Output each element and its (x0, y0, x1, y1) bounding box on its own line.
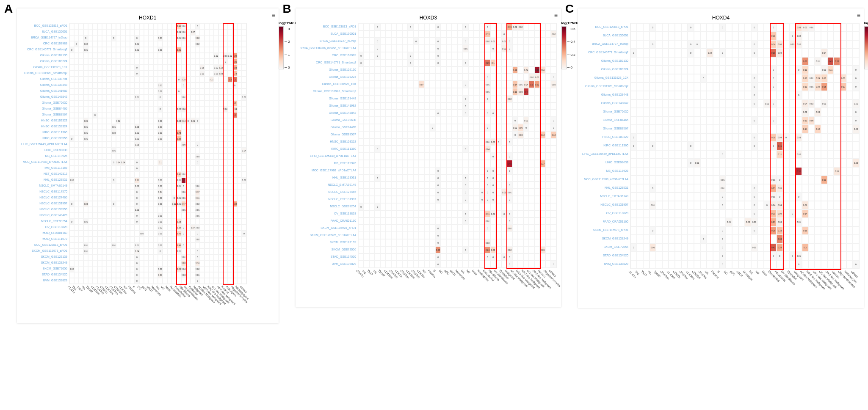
y-label[interactable]: NSCLC_GSE117570 (21, 189, 69, 195)
y-label[interactable]: Glioma_GSE148842 (21, 94, 69, 100)
y-label[interactable]: BCC_GSE123813_aPD1 (21, 23, 69, 29)
y-label[interactable]: PAAD_GSE111672 (21, 236, 69, 242)
y-label[interactable]: Glioma_GSE141982 (300, 102, 358, 109)
hamburger-menu-icon[interactable]: ≡ (857, 12, 860, 19)
y-label[interactable]: SKCM_GSE123139 (300, 239, 358, 246)
y-label[interactable]: Glioma_GSE131928_10X (582, 74, 630, 82)
y-label[interactable]: HNSC_GSE139324 (21, 124, 69, 129)
y-label[interactable]: Glioma_GSE148842 (300, 109, 358, 116)
y-label[interactable]: Glioma_GSE139448 (21, 82, 69, 88)
y-label[interactable]: LIHC_GSE125449_aPDL1aCTLA4 (21, 141, 69, 147)
hamburger-menu-icon[interactable]: ≡ (554, 12, 558, 19)
y-label[interactable]: NET_GSE140312 (21, 171, 69, 177)
y-label[interactable]: BCC_GSE123813_aPD1 (300, 23, 358, 30)
y-label[interactable]: HNSC_GSE103322 (21, 118, 69, 124)
y-label[interactable]: BRCA_GSE136206_mouse_aPD1aCTLA4 (300, 44, 358, 52)
y-label[interactable]: MB_GSE119926 (300, 160, 358, 167)
y-label[interactable]: Glioma_GSE70630 (582, 107, 630, 116)
y-label[interactable]: BLCA_GSE130001 (300, 30, 358, 37)
y-label[interactable]: CRC_GSE108989 (21, 41, 69, 47)
y-label[interactable]: Glioma_GSE102130 (300, 66, 358, 73)
y-label[interactable]: Glioma_GSE70630 (21, 100, 69, 106)
y-label[interactable]: PAAD_CRA001160 (300, 217, 358, 224)
y-label[interactable]: SKCM_GSE72056 (300, 246, 358, 253)
y-label[interactable]: CRC_GSE146771_Smartseq2 (300, 59, 358, 66)
y-label[interactable]: Glioma_GSE84465 (582, 116, 630, 124)
y-label[interactable]: BLCA_GSE130001 (582, 31, 630, 40)
y-label[interactable]: NSCLC_EMTAB6149 (300, 181, 358, 188)
y-label[interactable]: MCC_GSE117988_aPD1aCTLA4 (582, 175, 630, 184)
y-label[interactable]: NSCLC_GSE139555 (21, 206, 69, 212)
y-label[interactable]: NSCLC_GSE127465 (21, 195, 69, 201)
y-label[interactable]: Glioma_GSE84465 (300, 124, 358, 131)
y-label[interactable]: Glioma_GSE89567 (21, 112, 69, 118)
y-label[interactable]: LIHC_GSE98638 (582, 158, 630, 167)
y-label[interactable]: STAD_GSE134520 (300, 253, 358, 260)
y-label[interactable]: OV_GSE118828 (300, 210, 358, 217)
y-label[interactable]: MB_GSE119926 (21, 153, 69, 159)
y-label[interactable]: STAD_GSE134520 (21, 272, 69, 278)
y-label[interactable]: NSCLC_GSE131907 (582, 201, 630, 209)
y-label[interactable]: SKCM_GSE72056 (21, 266, 69, 272)
y-label[interactable]: LIHC_GSE125449_aPDL1aCTLA4 (582, 150, 630, 158)
y-label[interactable]: SCC_GSE123813_aPD1 (21, 242, 69, 248)
y-label[interactable]: NHL_GSE128531 (21, 177, 69, 183)
y-label[interactable]: BCC_GSE123813_aPD1 (582, 23, 630, 31)
y-label[interactable]: NSCLC_GSE143423 (21, 212, 69, 218)
y-label[interactable]: Glioma_GSE138794 (21, 76, 69, 82)
y-label[interactable]: LIHC_GSE125449_aPDL1aCTLA4 (300, 152, 358, 160)
y-label[interactable]: Glioma_GSE131928_10X (21, 64, 69, 70)
y-label[interactable]: Glioma_GSE103224 (582, 65, 630, 74)
y-label[interactable]: UVM_GSE139829 (21, 278, 69, 283)
y-label[interactable]: NHL_GSE128531 (300, 174, 358, 181)
y-label[interactable]: Glioma_GSE102130 (21, 52, 69, 58)
y-label[interactable]: UVM_GSE139829 (300, 260, 358, 267)
y-label[interactable]: LIHC_GSE98638 (21, 147, 69, 153)
y-label[interactable]: Glioma_GSE89567 (582, 124, 630, 133)
y-label[interactable]: NHL_GSE128531 (582, 184, 630, 192)
y-label[interactable]: UVM_GSE139829 (582, 260, 630, 268)
y-label[interactable]: HNSC_GSE103322 (300, 138, 358, 145)
y-label[interactable]: SKCM_GSE115978_aPD1 (582, 226, 630, 234)
y-label[interactable]: KIRC_GSE111360 (300, 145, 358, 152)
y-label[interactable]: NSCLC_GSE99254 (300, 203, 358, 210)
y-label[interactable]: SKCM_GSE115978_aPD1 (21, 248, 69, 254)
y-label[interactable]: PAAD_CRA001160 (582, 217, 630, 226)
y-label[interactable]: Glioma_GSE103224 (21, 58, 69, 64)
y-label[interactable]: SKCM_GSE120575_aPD1aCTLA4 (300, 231, 358, 239)
y-label[interactable]: MCC_GSE117988_aPD1aCTLA4 (21, 159, 69, 165)
y-label[interactable]: KIRC_GSE139555 (21, 135, 69, 141)
y-label[interactable]: Glioma_GSE131928_Smartseq2 (582, 82, 630, 91)
y-label[interactable]: SKCM_GSE123139 (21, 254, 69, 260)
y-label[interactable]: NSCLC_EMTAB6149 (582, 192, 630, 201)
y-label[interactable]: SKCM_GSE139249 (21, 260, 69, 266)
y-label[interactable]: MCC_GSE117988_aPD1aCTLA4 (300, 167, 358, 174)
y-label[interactable]: NSCLC_EMTAB6149 (21, 183, 69, 189)
y-label[interactable]: MM_GSE117156 (21, 165, 69, 171)
y-label[interactable]: Glioma_GSE148842 (582, 99, 630, 107)
y-label[interactable]: SKCM_GSE115978_aPD1 (300, 224, 358, 231)
y-label[interactable]: HNSC_GSE103322 (582, 133, 630, 141)
y-label[interactable]: CRC_GSE146771_Smartseq2 (582, 48, 630, 57)
y-label[interactable]: BRCA_GSE114727_inDrop (21, 35, 69, 41)
y-label[interactable]: Glioma_GSE84465 (21, 106, 69, 112)
y-label[interactable]: Glioma_GSE103224 (300, 73, 358, 80)
y-label[interactable]: OV_GSE118828 (21, 224, 69, 230)
y-label[interactable]: Glioma_GSE131928_10X (300, 80, 358, 88)
y-label[interactable]: OV_GSE118828 (582, 209, 630, 217)
y-label[interactable]: NSCLC_GSE131907 (300, 195, 358, 203)
y-label[interactable]: NSCLC_GSE127465 (300, 188, 358, 195)
y-label[interactable]: Glioma_GSE89567 (300, 131, 358, 138)
y-label[interactable]: PAAD_CRA001160 (21, 230, 69, 236)
y-label[interactable]: NSCLC_GSE99254 (21, 218, 69, 224)
y-label[interactable]: KIRC_GSE111360 (21, 129, 69, 135)
y-label[interactable]: Glioma_GSE141982 (21, 88, 69, 94)
y-label[interactable]: CRC_GSE146771_Smartseq2 (21, 47, 69, 52)
y-label[interactable]: SKCM_GSE139249 (582, 234, 630, 243)
hamburger-menu-icon[interactable]: ≡ (271, 12, 275, 19)
y-label[interactable]: Glioma_GSE139448 (300, 95, 358, 102)
y-label[interactable]: Glioma_GSE70630 (300, 116, 358, 124)
y-label[interactable]: BLCA_GSE130001 (21, 29, 69, 35)
y-label[interactable]: KIRC_GSE111360 (582, 141, 630, 150)
y-label[interactable]: Glioma_GSE102130 (582, 57, 630, 65)
